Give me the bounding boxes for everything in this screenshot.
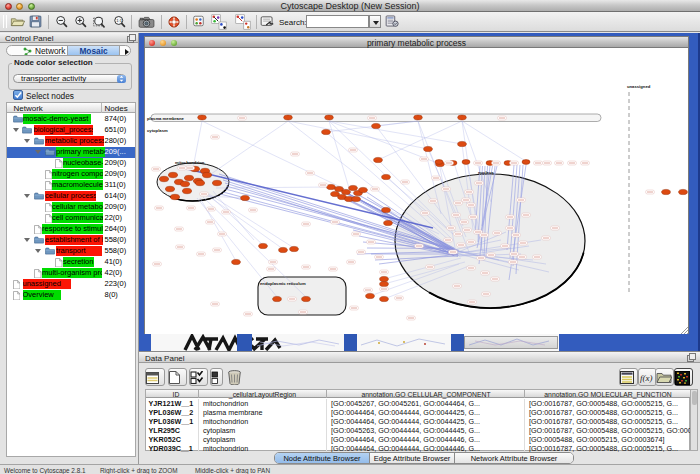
- svg-text:nucleus: nucleus: [478, 170, 494, 175]
- svg-text:cytoplasm: cytoplasm: [147, 128, 168, 133]
- svg-text:mitochondrion: mitochondrion: [175, 160, 205, 165]
- svg-text:f(x): f(x): [640, 373, 653, 383]
- svg-text:plasma membrane: plasma membrane: [147, 116, 184, 121]
- svg-text:1:1: 1:1: [116, 18, 123, 23]
- svg-text:endoplasmic reticulum: endoplasmic reticulum: [260, 281, 306, 286]
- svg-text:unassigned: unassigned: [627, 84, 651, 89]
